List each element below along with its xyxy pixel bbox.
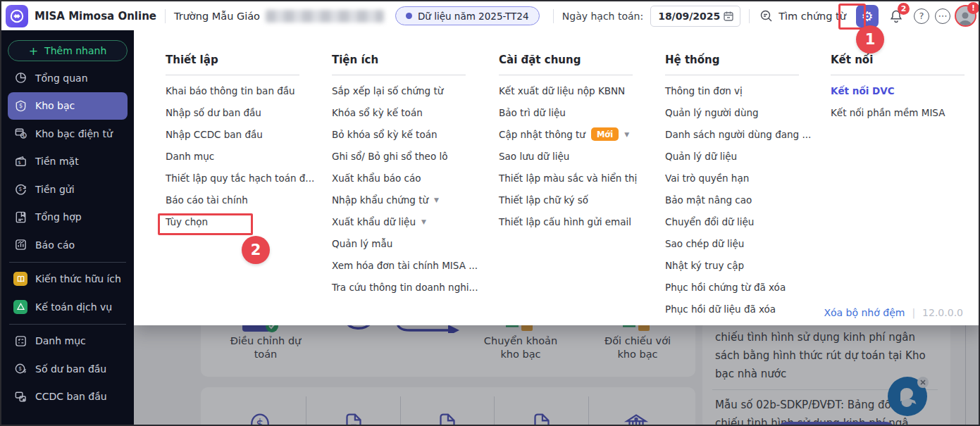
- menu-item[interactable]: Khai báo thông tin ban đầu: [166, 80, 315, 101]
- calendar-icon: [723, 11, 734, 22]
- question-icon: ?: [914, 8, 929, 24]
- menu-item[interactable]: Khóa sổ kỳ kế toán: [332, 101, 481, 123]
- menu-column-tien-ich: Tiện ích Sắp xếp lại số chứng từ Khóa sổ…: [332, 30, 481, 298]
- menu-item[interactable]: Xuất khẩu báo cáo: [332, 167, 481, 189]
- knowledge-icon: [13, 272, 27, 286]
- menu-item[interactable]: Sắp xếp lại số chứng từ: [332, 80, 481, 101]
- menu-item[interactable]: Thiết lập màu sắc và hiển thị: [499, 167, 648, 189]
- menu-column-header: Thiết lập: [166, 54, 315, 66]
- sidebar-item-tong-quan[interactable]: Tổng quan: [8, 64, 128, 92]
- menu-item[interactable]: Cập nhật thông tưMới▼: [499, 123, 648, 145]
- report-chart-icon: [13, 238, 27, 252]
- header-divider: [831, 75, 965, 75]
- menu-item[interactable]: Danh mục: [166, 145, 315, 167]
- wallet-icon: $: [13, 154, 27, 168]
- svg-text:$: $: [18, 365, 22, 372]
- account-button[interactable]: !: [955, 6, 976, 27]
- menu-item[interactable]: Nhật ký truy cập: [665, 254, 814, 276]
- menu-footer: Xóa bộ nhớ đệm | 12.0.0.0: [824, 307, 963, 318]
- menu-item[interactable]: Thiết lập chữ ký số: [499, 189, 648, 211]
- version-label: 12.0.0.0: [922, 307, 963, 318]
- clear-cache-link[interactable]: Xóa bộ nhớ đệm: [824, 307, 905, 318]
- settings-mega-menu: Thiết lập Khai báo thông tin ban đầu Nhậ…: [134, 30, 980, 325]
- menu-item-ket-noi-dvc[interactable]: Kết nối DVC: [831, 80, 980, 101]
- menu-item[interactable]: Nhập CCDC ban đầu: [166, 123, 315, 145]
- top-bar: MISA Mimosa Online Trường Mẫu Giáo Dữ li…: [1, 1, 980, 30]
- notification-count-badge: 2: [898, 3, 910, 15]
- list-icon: [13, 334, 27, 348]
- posting-date-input[interactable]: 18/09/2025: [650, 6, 740, 27]
- opening-balance-icon: $: [13, 362, 27, 376]
- menu-item[interactable]: Tra cứu thông tin doanh nghi...: [332, 276, 481, 298]
- menu-item[interactable]: Xuất khẩu dữ liệu▼: [332, 211, 481, 232]
- menu-item[interactable]: Phục hồi dữ liệu đã xóa: [665, 298, 814, 320]
- sidebar-item-tong-hop[interactable]: Tổng hợp: [8, 203, 128, 232]
- help-button[interactable]: ?: [911, 6, 932, 27]
- menu-item[interactable]: Phục hồi chứng từ đã xóa: [665, 276, 814, 298]
- sidebar-item-bao-cao[interactable]: Báo cáo: [8, 231, 128, 259]
- treasury-icon: $: [13, 99, 27, 113]
- menu-item[interactable]: Ghi sổ/ Bỏ ghi sổ theo lô: [332, 145, 481, 167]
- divider: [749, 9, 750, 23]
- plus-icon: +: [29, 44, 38, 58]
- app-window: Điều chỉnh dự toán Chuyển khoản kho bạc …: [0, 0, 980, 426]
- menu-item[interactable]: Thiết lập cấu hình gửi email: [499, 211, 648, 232]
- service-icon: [13, 300, 27, 314]
- boxes-icon: [13, 389, 27, 403]
- menu-item[interactable]: Bảo mật nâng cao: [665, 189, 814, 211]
- annotation-box-tuy-chon: [158, 213, 253, 235]
- ledger-icon: [13, 210, 27, 224]
- annotation-step-1: 1: [856, 25, 884, 54]
- quick-add-button[interactable]: + Thêm nhanh: [8, 40, 128, 61]
- notifications-button[interactable]: 2: [886, 6, 907, 27]
- sidebar-item-tien-mat[interactable]: $ Tiền mặt: [8, 148, 128, 176]
- chevron-down-icon: ▼: [434, 196, 439, 203]
- sidebar-item-kho-bac[interactable]: $ Kho bạc: [8, 92, 128, 120]
- menu-item[interactable]: Báo cáo tài chính: [166, 189, 315, 211]
- menu-column-header: Kết nối: [831, 54, 980, 66]
- menu-column-ket-noi: Kết nối Kết nối DVC Kết nối phần mềm MIS…: [831, 30, 980, 123]
- pie-chart-icon: [13, 71, 27, 85]
- sidebar-item-danh-muc[interactable]: Danh mục: [8, 327, 128, 356]
- posting-date-label: Ngày hạch toán:: [562, 11, 643, 22]
- app-title: MISA Mimosa Online: [35, 10, 156, 23]
- menu-item[interactable]: Thiết lập quy tắc hạch toán đ...: [166, 167, 315, 189]
- search-icon: [759, 9, 773, 23]
- more-button[interactable]: ⋯: [932, 6, 953, 27]
- divider: [165, 9, 166, 23]
- menu-item[interactable]: Danh sách người dùng đang ...: [665, 123, 814, 145]
- menu-item[interactable]: Thông tin đơn vị: [665, 80, 814, 101]
- sidebar-item-so-du-ban-dau[interactable]: $ Số dư ban đầu: [8, 355, 128, 383]
- sidebar-item-ke-toan-dich-vu[interactable]: Kế toán dịch vụ: [8, 293, 128, 321]
- search-documents[interactable]: Tìm chứng từ: [759, 9, 846, 23]
- menu-item[interactable]: Sao chép dữ liệu: [665, 232, 814, 254]
- menu-item[interactable]: Vai trò quyền hạn: [665, 167, 814, 189]
- org-name: Trường Mẫu Giáo: [174, 11, 260, 22]
- menu-item[interactable]: Bỏ khóa sổ kỳ kế toán: [332, 123, 481, 145]
- menu-item[interactable]: Sao lưu dữ liệu: [499, 145, 648, 167]
- menu-item[interactable]: Quản lý dữ liệu: [665, 145, 814, 167]
- data-year-pill[interactable]: Dữ liệu năm 2025-TT24: [395, 6, 540, 25]
- chevron-down-icon: ▼: [624, 131, 629, 138]
- sidebar-item-kien-thuc[interactable]: Kiến thức hữu ích: [8, 265, 128, 294]
- menu-item[interactable]: Kết xuất dữ liệu nộp KBNN: [499, 80, 648, 101]
- sidebar-item-ccdc-ban-dau[interactable]: CCDC ban đầu: [8, 383, 128, 411]
- e-treasury-icon: $: [13, 127, 27, 141]
- footer-separator: |: [912, 307, 915, 318]
- menu-column-thiet-lap: Thiết lập Khai báo thông tin ban đầu Nhậ…: [166, 30, 315, 232]
- menu-item[interactable]: Nhập số dư ban đầu: [166, 101, 315, 123]
- menu-item[interactable]: Kết nối phần mềm MISA: [831, 101, 980, 123]
- menu-item[interactable]: Quản lý mẫu: [332, 232, 481, 254]
- menu-item[interactable]: Quản lý người dùng: [665, 101, 814, 123]
- menu-item[interactable]: Chuyển đổi dữ liệu: [665, 211, 814, 232]
- menu-item[interactable]: Bảo trì dữ liệu: [499, 101, 648, 123]
- menu-item[interactable]: Nhập khẩu chứng từ▼: [332, 189, 481, 211]
- sidebar-item-tien-gui[interactable]: $ Tiền gửi: [8, 175, 128, 203]
- menu-column-he-thong: Hệ thống Thông tin đơn vị Quản lý người …: [665, 30, 814, 320]
- status-dot: [406, 13, 412, 19]
- sidebar-item-kho-bac-dien-tu[interactable]: $ Kho bạc điện tử: [8, 120, 128, 148]
- sidebar-divider: [9, 324, 126, 325]
- svg-text:$: $: [22, 133, 25, 139]
- menu-item[interactable]: Xem hóa đơn tài chính MISA ...: [332, 254, 481, 276]
- menu-column-cai-dat-chung: Cài đặt chung Kết xuất dữ liệu nộp KBNN …: [499, 30, 648, 232]
